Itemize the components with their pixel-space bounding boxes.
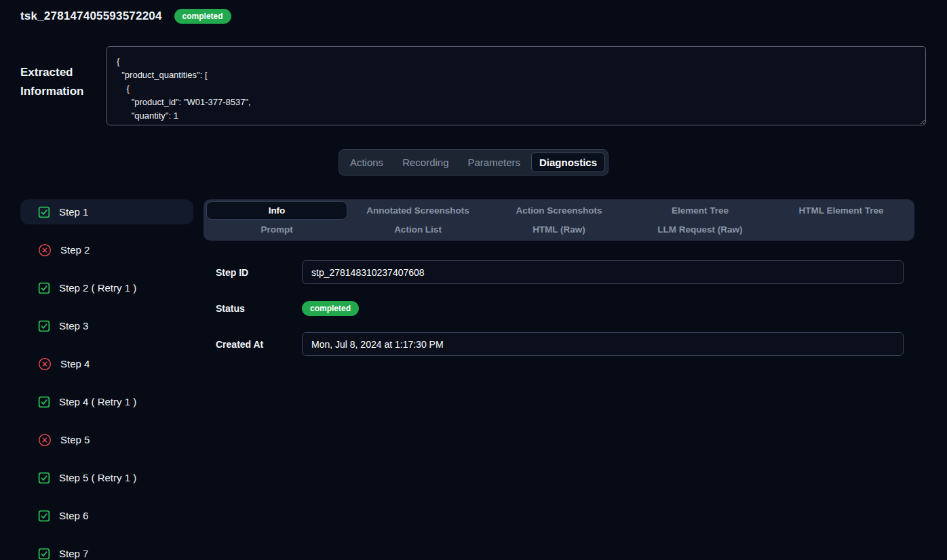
step-item-1[interactable]: Step 1	[20, 199, 193, 224]
check-square-icon	[38, 282, 50, 294]
step-item-4-retry-1[interactable]: Step 4 ( Retry 1 )	[20, 389, 193, 414]
check-square-icon	[38, 396, 50, 408]
main-tabbar-wrap: Actions Recording Parameters Diagnostics	[0, 149, 947, 176]
subtab-html-raw[interactable]: HTML (Raw)	[488, 220, 630, 239]
step-item-4[interactable]: Step 4	[20, 351, 193, 376]
subtab-html-element-tree[interactable]: HTML Element Tree	[771, 201, 912, 220]
step-item-2-retry-1[interactable]: Step 2 ( Retry 1 )	[20, 275, 193, 300]
step-item-5-retry-1[interactable]: Step 5 ( Retry 1 )	[20, 465, 193, 490]
created-at-label: Created At	[204, 339, 302, 350]
step-label: Step 4	[60, 358, 90, 369]
info-fields: Step ID Status completed Created At	[204, 260, 914, 356]
x-circle-icon	[38, 243, 52, 257]
subtab-action-screenshots[interactable]: Action Screenshots	[488, 201, 630, 220]
step-label: Step 1	[59, 206, 88, 218]
subtab-annotated-screenshots[interactable]: Annotated Screenshots	[347, 201, 488, 220]
step-item-6[interactable]: Step 6	[20, 503, 193, 528]
x-circle-icon	[38, 433, 52, 447]
created-at-row: Created At	[204, 332, 914, 356]
step-id-row: Step ID	[204, 260, 914, 284]
step-id-label: Step ID	[204, 267, 302, 278]
created-at-input[interactable]	[302, 332, 904, 356]
x-circle-icon	[38, 357, 52, 371]
tab-recording[interactable]: Recording	[394, 153, 457, 172]
task-header: tsk_278147405593572204 completed	[0, 0, 947, 24]
check-square-icon	[38, 472, 50, 484]
subtab-action-list[interactable]: Action List	[347, 220, 488, 239]
step-label: Step 6	[59, 510, 88, 521]
subtab-llm-request-raw[interactable]: LLM Request (Raw)	[630, 220, 771, 239]
check-square-icon	[38, 320, 50, 332]
main-area: Step 1 Step 2 Step 2 ( Retry 1 ) Step 3	[20, 199, 914, 560]
step-label: Step 3	[59, 320, 88, 332]
status-row: Status completed	[204, 296, 914, 320]
task-id-title: tsk_278147405593572204	[20, 9, 162, 23]
step-label: Step 2	[60, 244, 90, 256]
step-label: Step 5	[60, 434, 90, 445]
step-status-badge: completed	[302, 301, 359, 316]
step-label: Step 7	[59, 548, 88, 559]
step-label: Step 5 ( Retry 1 )	[59, 472, 136, 483]
extracted-information-section: Extracted Information { "product_quantit…	[20, 46, 926, 125]
extracted-information-label: Extracted Information	[20, 46, 107, 125]
status-label: Status	[204, 303, 302, 314]
tab-parameters[interactable]: Parameters	[460, 153, 529, 172]
task-status-badge: completed	[174, 9, 231, 24]
step-id-input[interactable]	[302, 260, 904, 284]
step-item-2[interactable]: Step 2	[20, 237, 193, 262]
step-label: Step 2 ( Retry 1 )	[59, 282, 136, 294]
tab-diagnostics[interactable]: Diagnostics	[531, 153, 605, 172]
step-list: Step 1 Step 2 Step 2 ( Retry 1 ) Step 3	[20, 199, 193, 560]
check-square-icon	[38, 510, 50, 522]
step-item-7[interactable]: Step 7	[20, 541, 193, 560]
extracted-information-textarea[interactable]: { "product_quantities": [ { "product_id"…	[107, 46, 926, 125]
check-square-icon	[38, 206, 50, 218]
diagnostics-panel: Info Annotated Screenshots Action Screen…	[204, 199, 914, 560]
check-square-icon	[38, 548, 50, 560]
subtab-element-tree[interactable]: Element Tree	[630, 201, 771, 220]
subtab-prompt[interactable]: Prompt	[206, 220, 347, 239]
subtab-spacer	[771, 220, 912, 239]
step-label: Step 4 ( Retry 1 )	[59, 396, 136, 407]
step-item-3[interactable]: Step 3	[20, 313, 193, 338]
diagnostics-subtabs: Info Annotated Screenshots Action Screen…	[204, 199, 914, 241]
main-tabbar: Actions Recording Parameters Diagnostics	[339, 149, 608, 176]
subtab-info[interactable]: Info	[206, 201, 347, 220]
step-item-5[interactable]: Step 5	[20, 427, 193, 452]
tab-actions[interactable]: Actions	[342, 153, 391, 172]
